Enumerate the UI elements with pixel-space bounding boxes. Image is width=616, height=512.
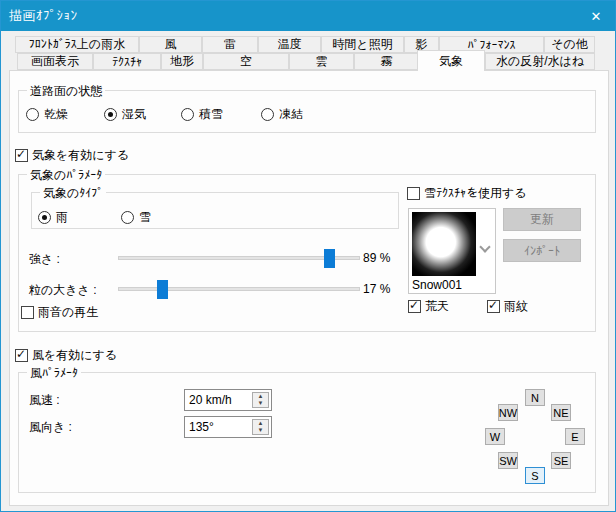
weather-type-groupbox: 気象のﾀｲﾌﾟ — [31, 192, 399, 229]
particle-size-label: 粒の大きさ : — [29, 282, 97, 299]
rain-sound-checkbox[interactable]: ✓ 雨音の再生 — [21, 305, 98, 319]
titlebar[interactable]: 描画ｵﾌﾟｼｮﾝ ✕ — [1, 1, 615, 31]
update-button[interactable]: 更新 — [503, 208, 581, 231]
checkbox-label: 風を有効にする — [32, 347, 117, 364]
spin-down-icon[interactable]: ▼ — [258, 427, 264, 434]
radio-label: 乾燥 — [44, 106, 68, 123]
draw-options-dialog: 描画ｵﾌﾟｼｮﾝ ✕ ﾌﾛﾝﾄｶﾞﾗｽ上の雨水 風 雷 温度 時間と照明 影 ﾊ… — [0, 0, 616, 512]
compass-w-button[interactable]: W — [485, 428, 505, 445]
checkbox-label: 気象を有効にする — [32, 147, 129, 164]
tab-temperature[interactable]: 温度 — [258, 36, 321, 53]
checkmark-icon: ✓ — [409, 298, 419, 312]
intensity-slider[interactable] — [118, 249, 360, 268]
particle-size-value: 17 % — [363, 282, 390, 296]
slider-track[interactable] — [118, 287, 360, 291]
compass-nw-button[interactable]: NW — [498, 404, 518, 421]
radio-label: 凍結 — [279, 106, 303, 123]
tab-front-glass-rain[interactable]: ﾌﾛﾝﾄｶﾞﾗｽ上の雨水 — [15, 36, 139, 53]
radio-road-snow[interactable]: 積雪 — [181, 107, 223, 121]
checkbox-label: 雨音の再生 — [38, 304, 98, 321]
tab-clouds[interactable]: 雲 — [289, 53, 354, 70]
tab-screen-display[interactable]: 画面表示 — [17, 53, 93, 70]
compass-ne-button[interactable]: NE — [551, 404, 571, 421]
radio-icon — [26, 108, 39, 121]
radio-icon — [181, 108, 194, 121]
tab-terrain[interactable]: 地形 — [161, 53, 203, 70]
spin-up-icon[interactable]: ▲ — [258, 393, 264, 400]
radio-road-wet[interactable]: 湿気 — [104, 107, 146, 121]
snow-texture-name: Snow001 — [412, 278, 462, 292]
wind-speed-updown[interactable]: ▲ ▼ — [252, 392, 269, 408]
spin-up-icon[interactable]: ▲ — [258, 420, 264, 427]
tab-time-lighting[interactable]: 時間と照明 — [321, 36, 404, 53]
wind-params-group-title: 風ﾊﾟﾗﾒｰﾀ — [27, 365, 81, 382]
checkmark-icon: ✓ — [16, 147, 26, 161]
checkbox-box: ✓ — [21, 306, 34, 319]
wind-direction-updown[interactable]: ▲ ▼ — [252, 419, 269, 435]
checkbox-label: 雨紋 — [504, 298, 528, 315]
intensity-slider-thumb[interactable] — [324, 249, 335, 268]
tab-sky[interactable]: 空 — [203, 53, 289, 70]
checkbox-box: ✓ — [487, 300, 500, 313]
radio-selected-icon — [104, 108, 117, 121]
tab-others[interactable]: その他 — [544, 36, 595, 53]
checkbox-box: ✓ — [408, 300, 421, 313]
weather-type-group-title: 気象のﾀｲﾌﾟ — [40, 185, 106, 202]
weather-params-group-title: 気象のﾊﾟﾗﾒｰﾀ — [27, 167, 105, 184]
wind-direction-value[interactable]: 135° — [189, 420, 214, 434]
snow-texture-dropdown[interactable]: Snow001 — [408, 208, 496, 294]
compass-e-button[interactable]: E — [565, 428, 585, 445]
wind-speed-spinner[interactable]: 20 km/h ▲ ▼ — [184, 389, 272, 411]
tab-wind[interactable]: 風 — [139, 36, 202, 53]
compass-n-button[interactable]: N — [525, 389, 545, 406]
radio-label: 積雪 — [199, 106, 223, 123]
radio-road-frozen[interactable]: 凍結 — [261, 107, 303, 121]
radio-weather-snow[interactable]: 雪 — [121, 210, 151, 224]
checkbox-label: 荒天 — [425, 298, 449, 315]
compass-s-button[interactable]: S — [525, 467, 545, 484]
checkbox-box: ✓ — [15, 149, 28, 162]
tab-thunder[interactable]: 雷 — [202, 36, 258, 53]
radio-label: 雪 — [139, 209, 151, 226]
road-surface-group-title: 道路面の状態 — [27, 83, 105, 100]
tab-texture[interactable]: ﾃｸｽﾁｬ — [93, 53, 161, 70]
rain-pattern-checkbox[interactable]: ✓ 雨紋 — [487, 299, 528, 313]
intensity-value: 89 % — [363, 251, 390, 265]
tab-fog[interactable]: 霧 — [354, 53, 419, 70]
storm-checkbox[interactable]: ✓ 荒天 — [408, 299, 449, 313]
use-snow-texture-checkbox[interactable]: ✓ 雪ﾃｸｽﾁｬを使用する — [407, 186, 527, 200]
particle-size-slider-thumb[interactable] — [157, 280, 168, 299]
wind-direction-spinner[interactable]: 135° ▲ ▼ — [184, 416, 272, 438]
radio-icon — [261, 108, 274, 121]
radio-weather-rain[interactable]: 雨 — [38, 210, 68, 224]
wind-speed-label: 風速 : — [29, 392, 60, 409]
enable-wind-checkbox[interactable]: ✓ 風を有効にする — [15, 348, 117, 362]
import-button[interactable]: ｲﾝﾎﾟｰﾄ — [503, 239, 581, 262]
spin-down-icon[interactable]: ▼ — [258, 400, 264, 407]
close-icon: ✕ — [591, 9, 602, 24]
intensity-label: 強さ : — [29, 251, 60, 268]
tab-weather[interactable]: 気象 — [417, 50, 485, 71]
checkbox-box: ✓ — [15, 349, 28, 362]
wind-speed-value[interactable]: 20 km/h — [189, 393, 232, 407]
compass-se-button[interactable]: SE — [551, 452, 571, 469]
close-button[interactable]: ✕ — [579, 1, 613, 31]
checkbox-box: ✓ — [407, 187, 420, 200]
wind-params-groupbox: 風ﾊﾟﾗﾒｰﾀ — [18, 372, 596, 493]
window-title: 描画ｵﾌﾟｼｮﾝ — [1, 7, 78, 25]
checkmark-icon: ✓ — [488, 298, 498, 312]
tab-water-reflection[interactable]: 水の反射/水はね — [485, 53, 595, 70]
radio-icon — [121, 211, 134, 224]
compass-sw-button[interactable]: SW — [498, 452, 518, 469]
enable-weather-checkbox[interactable]: ✓ 気象を有効にする — [15, 148, 129, 162]
radio-selected-icon — [38, 211, 51, 224]
checkbox-label: 雪ﾃｸｽﾁｬを使用する — [424, 185, 527, 202]
radio-road-dry[interactable]: 乾燥 — [26, 107, 68, 121]
particle-size-slider[interactable] — [118, 280, 360, 299]
radio-label: 雨 — [56, 209, 68, 226]
radio-label: 湿気 — [122, 106, 146, 123]
checkmark-icon: ✓ — [16, 347, 26, 361]
chevron-down-icon[interactable] — [481, 243, 489, 251]
wind-direction-label: 風向き : — [29, 419, 72, 436]
snow-texture-preview — [412, 212, 476, 276]
